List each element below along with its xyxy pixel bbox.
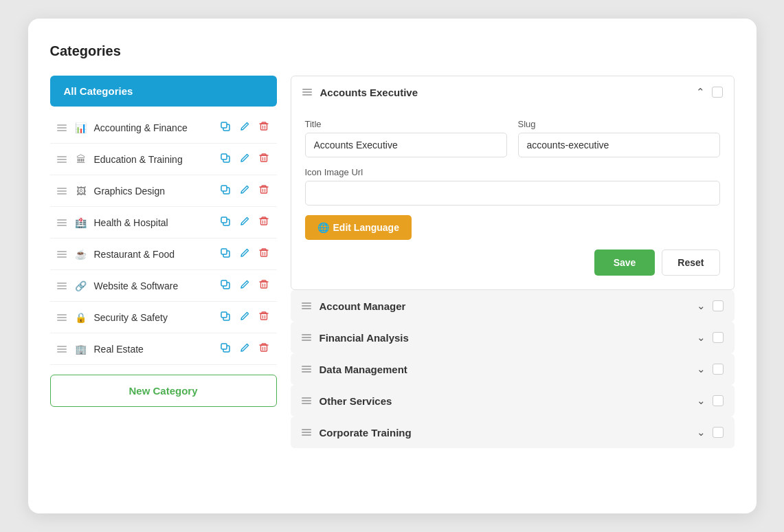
drag-handle[interactable]	[56, 313, 68, 322]
delete-button[interactable]	[256, 278, 271, 293]
edit-button[interactable]	[237, 278, 252, 293]
drag-handle[interactable]	[56, 123, 68, 133]
category-item-website[interactable]: 🔗 Website & Software	[50, 270, 277, 302]
all-categories-button[interactable]: All Categories	[50, 76, 277, 107]
delete-button[interactable]	[256, 246, 271, 262]
subcategory-header-other-services[interactable]: Other Services ⌄	[291, 385, 735, 417]
svg-rect-6	[221, 154, 227, 159]
title-input[interactable]	[305, 133, 507, 157]
drag-handle[interactable]	[302, 302, 311, 309]
delete-button[interactable]	[256, 151, 271, 167]
copy-button[interactable]	[218, 214, 233, 230]
copy-button[interactable]	[218, 278, 233, 293]
copy-button[interactable]	[218, 341, 233, 357]
save-button[interactable]: Save	[594, 250, 656, 276]
svg-rect-2	[260, 124, 267, 130]
subcategory-title: Corporate Training	[320, 427, 690, 439]
copy-button[interactable]	[218, 151, 233, 167]
edit-button[interactable]	[237, 214, 252, 230]
category-item-realestate[interactable]: 🏢 Real Estate	[50, 333, 277, 365]
edit-button[interactable]	[237, 151, 252, 167]
subcategory-checkbox[interactable]	[713, 395, 724, 406]
copy-button[interactable]	[218, 120, 233, 135]
chevron-down-icon: ⌄	[697, 363, 706, 375]
category-item-restaurant[interactable]: ☕ Restaurant & Food	[50, 239, 277, 270]
edit-button[interactable]	[237, 246, 252, 262]
subcategory-title: Account Manager	[320, 300, 690, 312]
drag-handle[interactable]	[302, 366, 311, 373]
category-actions	[218, 246, 271, 262]
chevron-down-icon: ⌄	[697, 300, 706, 312]
delete-button[interactable]	[256, 120, 271, 135]
subcategory-header-data-management[interactable]: Data Management ⌄	[291, 353, 735, 385]
edit-button[interactable]	[237, 183, 252, 199]
lock-icon: 🔒	[74, 311, 89, 324]
category-item-education[interactable]: 🏛 Education & Training	[50, 144, 277, 175]
delete-button[interactable]	[256, 183, 271, 199]
category-name: Restaurant & Food	[94, 249, 212, 260]
copy-button[interactable]	[218, 309, 233, 325]
delete-button[interactable]	[256, 309, 271, 325]
edit-button[interactable]	[237, 309, 252, 325]
chevron-down-icon: ⌄	[697, 395, 706, 407]
category-item-accounting[interactable]: 📊 Accounting & Finance	[50, 112, 277, 144]
svg-rect-22	[260, 250, 267, 256]
drag-handle[interactable]	[302, 89, 312, 96]
category-actions	[218, 151, 271, 167]
form-group-slug: Slug	[518, 119, 720, 157]
drag-handle[interactable]	[302, 334, 311, 341]
category-name: Website & Software	[94, 280, 212, 291]
subcategory-checkbox[interactable]	[713, 427, 724, 438]
drag-handle[interactable]	[302, 429, 311, 436]
drag-handle[interactable]	[56, 218, 68, 228]
svg-rect-7	[260, 155, 267, 162]
svg-rect-12	[260, 187, 267, 193]
subcategory-checkbox[interactable]	[713, 332, 724, 343]
subcategory-item-corporate-training: Corporate Training ⌄	[291, 417, 735, 448]
category-item-graphics[interactable]: 🖼 Graphics Design	[50, 175, 277, 207]
subcategory-header-financial-analysis[interactable]: Financial Analysis ⌄	[291, 322, 735, 353]
drag-handle[interactable]	[56, 344, 68, 354]
building-icon: 🏢	[74, 343, 89, 355]
subcategory-checkbox[interactable]	[713, 364, 724, 375]
button-row: Save Reset	[305, 250, 720, 276]
svg-rect-32	[260, 313, 267, 320]
category-name: Security & Safety	[94, 312, 212, 323]
copy-button[interactable]	[218, 183, 233, 199]
category-name: Accounting & Finance	[94, 122, 212, 133]
category-actions	[218, 183, 271, 199]
edit-language-button[interactable]: 🌐 Edit Language	[305, 215, 412, 240]
subcategory-header-accounts-executive[interactable]: Accounts Executive ⌃	[291, 76, 734, 108]
slug-label: Slug	[518, 119, 720, 129]
svg-rect-36	[221, 344, 227, 349]
category-name: Education & Training	[94, 154, 212, 165]
subcategory-header-corporate-training[interactable]: Corporate Training ⌄	[291, 417, 735, 448]
drag-handle[interactable]	[56, 281, 68, 291]
subcategory-checkbox[interactable]	[712, 87, 723, 98]
new-category-button[interactable]: New Category	[50, 375, 277, 407]
category-item-health[interactable]: 🏥 Health & Hospital	[50, 207, 277, 239]
main-container: Categories All Categories 📊 Accounting &…	[28, 19, 757, 513]
edit-button[interactable]	[237, 120, 252, 135]
subcategory-header-account-manager[interactable]: Account Manager ⌄	[291, 290, 735, 322]
drag-handle[interactable]	[56, 155, 68, 164]
delete-button[interactable]	[256, 214, 271, 230]
health-icon: 🏥	[74, 217, 89, 229]
category-list: 📊 Accounting & Finance	[50, 112, 277, 365]
category-actions	[218, 341, 271, 357]
reset-button[interactable]: Reset	[662, 250, 719, 276]
icon-url-input[interactable]	[305, 181, 720, 206]
copy-button[interactable]	[218, 246, 233, 262]
drag-handle[interactable]	[56, 186, 68, 196]
category-name: Real Estate	[94, 344, 212, 355]
subcategory-checkbox[interactable]	[713, 300, 724, 311]
slug-input[interactable]	[518, 133, 720, 157]
category-actions	[218, 214, 271, 230]
delete-button[interactable]	[256, 341, 271, 357]
svg-rect-31	[221, 312, 227, 318]
food-icon: ☕	[74, 248, 89, 261]
drag-handle[interactable]	[302, 397, 311, 404]
category-item-security[interactable]: 🔒 Security & Safety	[50, 302, 277, 333]
drag-handle[interactable]	[56, 250, 68, 259]
edit-button[interactable]	[237, 341, 252, 357]
